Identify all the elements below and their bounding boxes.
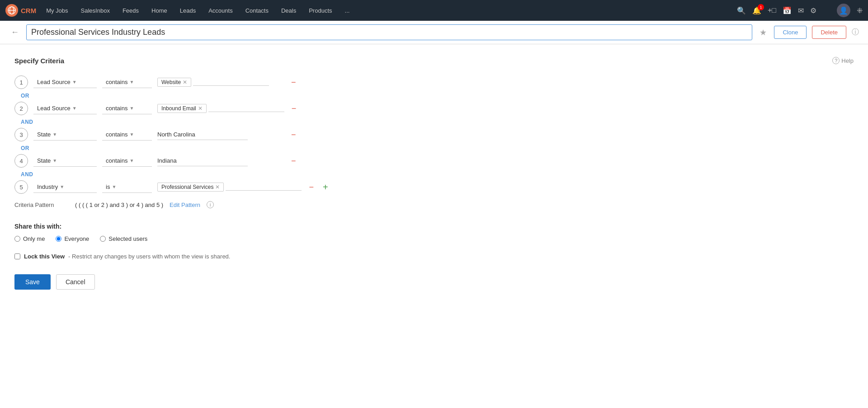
avatar[interactable]: 👤 [837, 4, 850, 17]
operator-select-1[interactable]: contains ▼ [102, 76, 152, 88]
save-button[interactable]: Save [14, 274, 51, 290]
nav-more[interactable]: ... [339, 0, 356, 21]
app-name: CRM [21, 7, 36, 14]
row-num-5: 5 [14, 180, 28, 194]
radio-only-me[interactable] [14, 236, 20, 242]
remove-inbound-email[interactable]: ✕ [198, 105, 203, 112]
remove-website[interactable]: ✕ [183, 79, 187, 85]
operator-select-4[interactable]: contains ▼ [102, 155, 152, 167]
favorite-icon[interactable]: ★ [758, 26, 769, 39]
tag-label-professional-services: Professional Services [161, 184, 213, 190]
lock-view-description: - Restrict any changes by users with who… [68, 253, 230, 260]
nav-divider [826, 5, 827, 16]
edit-pattern-link[interactable]: Edit Pattern [170, 202, 200, 208]
operator-select-5[interactable]: is ▼ [102, 181, 152, 193]
connector-and-2: AND [21, 170, 854, 178]
nav-home[interactable]: Home [145, 0, 174, 21]
tag-website: Website ✕ [157, 78, 191, 87]
remove-row-1[interactable]: − [289, 78, 298, 86]
mail-icon[interactable]: ✉ [798, 6, 804, 15]
nav-salesinbox[interactable]: SalesInbox [75, 0, 116, 21]
delete-button[interactable]: Delete [812, 26, 846, 39]
nav-my-jobs[interactable]: My Jobs [40, 0, 74, 21]
field-label-5: Industry [37, 183, 58, 190]
operator-label-1: contains [106, 79, 127, 85]
field-caret-5: ▼ [60, 184, 64, 189]
operator-caret-3: ▼ [129, 132, 134, 137]
criteria-container: 1 Lead Source ▼ contains ▼ Website ✕ − O… [14, 75, 854, 208]
remove-professional-services[interactable]: ✕ [215, 184, 220, 190]
field-select-1[interactable]: Lead Source ▼ [33, 76, 97, 88]
operator-caret-2: ▼ [129, 106, 134, 111]
share-selected-users-label: Selected users [108, 235, 147, 242]
remove-row-4[interactable]: − [289, 157, 298, 165]
subheader: ← Professional Services Industry Leads ★… [0, 21, 868, 44]
operator-label-3: contains [106, 131, 127, 138]
share-section: Share this with: Only me Everyone Select… [14, 223, 854, 242]
nav-leads[interactable]: Leads [174, 0, 202, 21]
value-input-5[interactable] [226, 183, 302, 191]
lock-view-checkbox[interactable] [14, 253, 20, 259]
nav-feeds[interactable]: Feeds [116, 0, 145, 21]
notifications-icon[interactable]: 🔔 1 [752, 6, 761, 15]
field-label-3: State [37, 131, 51, 138]
calendar-icon[interactable]: 📅 [783, 6, 792, 15]
lock-view-label: Lock this View [24, 253, 65, 260]
value-area-1: Website ✕ [157, 78, 284, 87]
nav-contacts[interactable]: Contacts [239, 0, 275, 21]
info-icon[interactable]: ⓘ [852, 28, 859, 37]
main-content: Specify Criteria ? Help 1 Lead Source ▼ … [0, 44, 868, 408]
value-input-2[interactable] [208, 105, 284, 112]
criteria-row-1: 1 Lead Source ▼ contains ▼ Website ✕ − [14, 75, 854, 89]
operator-label-5: is [106, 183, 110, 190]
operator-label-4: contains [106, 157, 127, 164]
nav-accounts[interactable]: Accounts [202, 0, 239, 21]
field-select-5[interactable]: Industry ▼ [33, 181, 97, 193]
remove-row-5[interactable]: − [307, 183, 316, 191]
remove-row-3[interactable]: − [289, 131, 298, 139]
operator-select-2[interactable]: contains ▼ [102, 103, 152, 114]
value-area-3: North Carolina [157, 129, 284, 140]
notification-badge: 1 [758, 4, 764, 10]
value-text-4: Indiana [157, 155, 248, 166]
add-row-button[interactable]: + [321, 183, 330, 192]
operator-label-2: contains [106, 105, 127, 112]
share-only-me[interactable]: Only me [14, 235, 45, 242]
nav-products[interactable]: Products [302, 0, 338, 21]
help-link[interactable]: ? Help [832, 57, 854, 64]
footer-buttons: Save Cancel [14, 274, 854, 290]
share-selected-users[interactable]: Selected users [100, 235, 147, 242]
new-item-icon[interactable]: +□ [768, 6, 776, 14]
field-select-3[interactable]: State ▼ [33, 129, 97, 141]
search-icon[interactable]: 🔍 [737, 6, 746, 15]
tag-inbound-email: Inbound Email ✕ [157, 104, 207, 113]
criteria-row-5: 5 Industry ▼ is ▼ Professional Services … [14, 180, 854, 194]
share-everyone-label: Everyone [64, 235, 89, 242]
criteria-pattern-label: Criteria Pattern [14, 202, 69, 208]
view-title-input[interactable]: Professional Services Industry Leads [26, 24, 752, 40]
value-input-1[interactable] [193, 79, 269, 86]
settings-icon[interactable]: ⚙ [810, 6, 816, 15]
main-nav: My Jobs SalesInbox Feeds Home Leads Acco… [40, 0, 737, 21]
row-num-3: 3 [14, 128, 28, 141]
operator-select-3[interactable]: contains ▼ [102, 129, 152, 141]
back-button[interactable]: ← [9, 26, 21, 39]
clone-button[interactable]: Clone [774, 26, 807, 39]
field-select-2[interactable]: Lead Source ▼ [33, 103, 97, 114]
field-label-1: Lead Source [37, 79, 71, 85]
crm-icon [5, 4, 18, 17]
remove-row-2[interactable]: − [290, 104, 298, 113]
apps-icon[interactable]: ⁜ [857, 6, 863, 15]
share-everyone[interactable]: Everyone [56, 235, 89, 242]
radio-selected-users[interactable] [100, 236, 106, 242]
field-select-4[interactable]: State ▼ [33, 155, 97, 167]
field-label-4: State [37, 157, 51, 164]
app-logo[interactable]: CRM [5, 4, 36, 17]
tag-professional-services: Professional Services ✕ [157, 183, 224, 192]
cancel-button[interactable]: Cancel [56, 274, 95, 290]
pattern-info-icon[interactable]: i [207, 201, 214, 208]
lock-view-row: Lock this View - Restrict any changes by… [14, 253, 854, 260]
nav-deals[interactable]: Deals [275, 0, 302, 21]
topnav-actions: 🔍 🔔 1 +□ 📅 ✉ ⚙ 👤 ⁜ [737, 4, 863, 17]
radio-everyone[interactable] [56, 236, 61, 242]
